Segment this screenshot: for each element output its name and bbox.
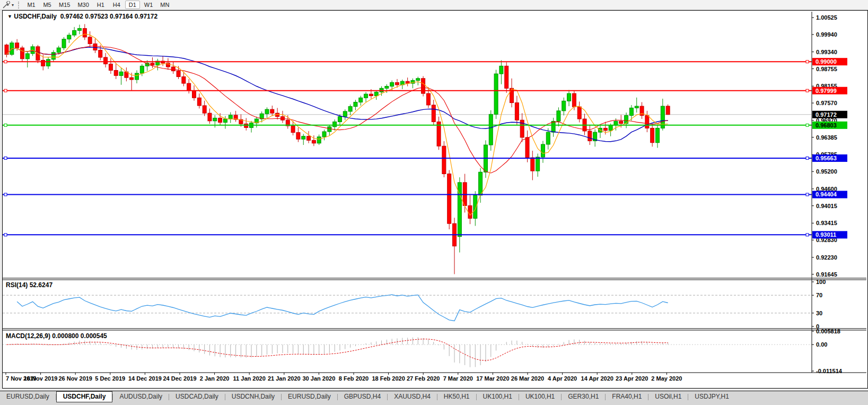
svg-text:-0.011514: -0.011514 bbox=[816, 368, 843, 374]
svg-text:21 Jan 2020: 21 Jan 2020 bbox=[268, 375, 301, 382]
svg-text:0.93415: 0.93415 bbox=[816, 220, 837, 226]
timeframe-button-m5[interactable]: M5 bbox=[40, 1, 55, 9]
tab-usoil-h1[interactable]: USOil,H1 bbox=[648, 391, 688, 402]
svg-text:27 Feb 2020: 27 Feb 2020 bbox=[407, 375, 440, 382]
svg-text:17 Mar 2020: 17 Mar 2020 bbox=[476, 375, 509, 382]
svg-text:0.97570: 0.97570 bbox=[816, 100, 837, 106]
svg-text:0.99000: 0.99000 bbox=[816, 58, 837, 65]
svg-text:11 Jan 2020: 11 Jan 2020 bbox=[233, 375, 266, 382]
svg-text:26 Nov 2019: 26 Nov 2019 bbox=[58, 375, 92, 382]
svg-text:100: 100 bbox=[816, 279, 826, 285]
svg-text:0.99940: 0.99940 bbox=[816, 31, 837, 38]
svg-text:30: 30 bbox=[816, 310, 822, 316]
timeframe-button-w1[interactable]: W1 bbox=[141, 1, 156, 9]
timeframe-button-d1[interactable]: D1 bbox=[125, 1, 140, 9]
svg-text:0.005818: 0.005818 bbox=[816, 328, 840, 334]
date-axis[interactable]: 7 Nov 201916 Nov 201926 Nov 20195 Dec 20… bbox=[3, 373, 866, 382]
svg-text:23 Apr 2020: 23 Apr 2020 bbox=[616, 375, 648, 382]
tab-audusd-daily[interactable]: AUDUSD,Daily bbox=[113, 391, 169, 402]
tab-xauusd-h4[interactable]: XAUUSD,H4 bbox=[388, 391, 437, 402]
tool-dropdown-caret-icon[interactable]: ▾ bbox=[12, 3, 14, 7]
svg-text:2 Jan 2020: 2 Jan 2020 bbox=[200, 375, 230, 382]
timeframe-buttons: M1M5M15M30H1H4D1W1MN bbox=[23, 1, 173, 9]
svg-text:0.95200: 0.95200 bbox=[816, 168, 837, 175]
timeframe-button-h4[interactable]: H4 bbox=[109, 1, 124, 9]
svg-text:0.00: 0.00 bbox=[816, 341, 827, 348]
svg-text:0.97999: 0.97999 bbox=[816, 88, 837, 94]
svg-text:18 Feb 2020: 18 Feb 2020 bbox=[372, 375, 405, 382]
timeframe-button-mn[interactable]: MN bbox=[157, 1, 172, 9]
svg-text:70: 70 bbox=[816, 292, 822, 298]
tab-eurusd-daily[interactable]: EURUSD,Daily bbox=[282, 391, 337, 402]
tab-ger30-h1[interactable]: GER30,H1 bbox=[562, 391, 605, 402]
chart-symbol: USDCHF,Daily bbox=[14, 13, 57, 20]
horizontal-lines[interactable] bbox=[3, 61, 812, 236]
svg-text:5 Dec 2019: 5 Dec 2019 bbox=[95, 375, 125, 382]
tab-uk100-h1[interactable]: UK100,H1 bbox=[519, 391, 561, 402]
rsi-panel bbox=[3, 295, 812, 321]
panel-splitters[interactable] bbox=[3, 278, 866, 330]
tab-usdchf-daily[interactable]: USDCHF,Daily bbox=[56, 391, 113, 402]
svg-text:14 Apr 2020: 14 Apr 2020 bbox=[581, 375, 613, 382]
tab-usdjpy-h1[interactable]: USDJPY,H1 bbox=[688, 391, 735, 402]
rsi-indicator-label: RSI(14) 52.6247 bbox=[6, 281, 52, 289]
tab-uk100-h1[interactable]: UK100,H1 bbox=[477, 391, 519, 402]
chart-ohlc: 0.97462 0.97523 0.97164 0.97172 bbox=[60, 13, 158, 20]
tab-fra40-h1[interactable]: FRA40,H1 bbox=[606, 391, 648, 402]
svg-text:0.95663: 0.95663 bbox=[816, 155, 837, 161]
svg-text:24 Dec 2019: 24 Dec 2019 bbox=[163, 375, 197, 382]
svg-text:0.97172: 0.97172 bbox=[816, 111, 837, 118]
svg-text:0.96803: 0.96803 bbox=[816, 122, 837, 128]
svg-text:26 Mar 2020: 26 Mar 2020 bbox=[511, 375, 544, 382]
svg-text:0.92230: 0.92230 bbox=[816, 254, 837, 261]
timeframe-button-m30[interactable]: M30 bbox=[74, 1, 92, 9]
symbol-tab-bar: EURUSD,DailyUSDCHF,DailyAUDUSD,DailyUSDC… bbox=[0, 391, 868, 405]
toolbar-grip bbox=[18, 2, 19, 8]
svg-text:8 Feb 2020: 8 Feb 2020 bbox=[339, 375, 369, 382]
chart-window[interactable]: 1.005250.999400.993400.987550.981550.975… bbox=[2, 10, 868, 389]
mt4-terminal: { "toolbar": { "tool_icon": "crosshair-t… bbox=[0, 0, 868, 405]
svg-text:14 Dec 2019: 14 Dec 2019 bbox=[128, 375, 162, 382]
timeframe-button-m15[interactable]: M15 bbox=[56, 1, 73, 9]
tab-gbpusd-h4[interactable]: GBPUSD,H4 bbox=[338, 391, 387, 402]
svg-text:2 May 2020: 2 May 2020 bbox=[651, 375, 682, 382]
svg-text:0.98755: 0.98755 bbox=[816, 66, 837, 72]
timeframe-toolbar: ▾ M1M5M15M30H1H4D1W1MN bbox=[0, 0, 868, 10]
svg-text:1.00525: 1.00525 bbox=[816, 14, 837, 21]
svg-text:7 Mar 2020: 7 Mar 2020 bbox=[443, 375, 473, 382]
svg-text:0.91645: 0.91645 bbox=[816, 271, 837, 278]
timeframe-button-h1[interactable]: H1 bbox=[93, 1, 108, 9]
chart-title: ▼ USDCHF,Daily 0.97462 0.97523 0.97164 0… bbox=[7, 13, 157, 20]
macd-indicator-label: MACD(12,26,9) 0.000800 0.000545 bbox=[6, 332, 107, 340]
crosshair-tool-icon[interactable] bbox=[2, 1, 11, 9]
svg-text:0.96385: 0.96385 bbox=[816, 134, 837, 141]
svg-text:4 Apr 2020: 4 Apr 2020 bbox=[548, 375, 577, 382]
svg-text:0.99340: 0.99340 bbox=[816, 49, 837, 55]
timeframe-button-m1[interactable]: M1 bbox=[24, 1, 39, 9]
macd-panel bbox=[3, 337, 812, 367]
tab-eurusd-daily[interactable]: EURUSD,Daily bbox=[0, 391, 56, 402]
tab-usdcnh-daily[interactable]: USDCNH,Daily bbox=[225, 391, 281, 402]
svg-text:0.94404: 0.94404 bbox=[816, 191, 837, 197]
chart-canvas[interactable]: 1.005250.999400.993400.987550.981550.975… bbox=[3, 11, 866, 387]
tab-usdcad-daily[interactable]: USDCAD,Daily bbox=[169, 391, 225, 402]
svg-text:0.93011: 0.93011 bbox=[816, 231, 836, 238]
svg-text:30 Jan 2020: 30 Jan 2020 bbox=[303, 375, 336, 382]
svg-text:0.94015: 0.94015 bbox=[816, 203, 837, 209]
chart-dropdown-icon[interactable]: ▼ bbox=[7, 14, 12, 19]
svg-text:16 Nov 2019: 16 Nov 2019 bbox=[24, 375, 58, 382]
tab-hk50-h1[interactable]: HK50,H1 bbox=[437, 391, 476, 402]
